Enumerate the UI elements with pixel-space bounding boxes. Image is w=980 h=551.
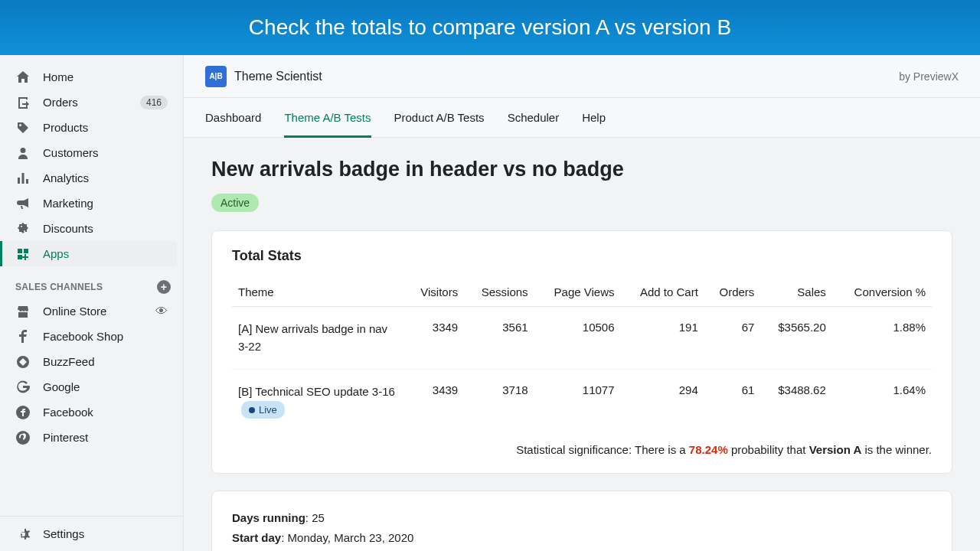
person-icon	[15, 145, 31, 161]
cell-addtocart: 191	[621, 307, 704, 370]
col-conversion: Conversion %	[832, 278, 932, 307]
tab-dashboard[interactable]: Dashboard	[205, 98, 261, 138]
eye-icon[interactable]: 👁	[155, 305, 168, 318]
app-author: by PreviewX	[899, 70, 959, 83]
app-logo: A|B	[205, 66, 227, 87]
page-title: New arrivals badge in header vs no badge	[211, 158, 952, 181]
nav-label: Marketing	[43, 197, 168, 210]
nav-orders[interactable]: Orders 416	[6, 90, 177, 115]
channel-facebook-shop[interactable]: Facebook Shop	[6, 324, 177, 349]
cell-orders: 67	[704, 307, 761, 370]
channel-label: BuzzFeed	[43, 355, 168, 368]
section-label: SALES CHANNELS	[15, 282, 103, 292]
cell-orders: 61	[704, 370, 761, 433]
discount-icon	[15, 221, 31, 236]
sidebar: Home Orders 416 Products Customers Analy…	[0, 55, 184, 551]
col-sales: Sales	[760, 278, 831, 307]
svg-point-2	[16, 431, 30, 445]
channel-label: Google	[43, 380, 168, 393]
analytics-icon	[15, 171, 31, 186]
buzzfeed-icon	[15, 354, 31, 370]
nav-home[interactable]: Home	[6, 64, 177, 90]
nav-label: Customers	[43, 146, 168, 159]
cell-theme: [A] New arrivals badge in nav 3-22	[232, 307, 405, 370]
nav-label: Settings	[43, 527, 168, 540]
tab-help[interactable]: Help	[582, 98, 606, 138]
main-content: A|B Theme Scientist by PreviewX Dashboar…	[184, 55, 980, 551]
cell-visitors: 3439	[405, 370, 464, 433]
col-pageviews: Page Views	[534, 278, 621, 307]
status-badge: Active	[211, 194, 259, 212]
nav-label: Apps	[43, 247, 168, 260]
table-row: [B] Technical SEO update 3-16 Live 3439 …	[232, 370, 932, 433]
statistical-significance: Statistical significance: There is a 78.…	[232, 443, 932, 456]
facebook-icon	[15, 329, 31, 344]
nav-settings[interactable]: Settings	[6, 521, 177, 546]
tab-theme-ab-tests[interactable]: Theme A/B Tests	[284, 98, 371, 138]
pinterest-icon	[15, 430, 31, 445]
nav-label: Home	[43, 70, 168, 83]
channel-label: Facebook	[43, 406, 168, 419]
app-bar: A|B Theme Scientist by PreviewX	[184, 55, 980, 98]
tab-scheduler[interactable]: Scheduler	[508, 98, 560, 138]
megaphone-icon	[15, 196, 31, 211]
nav-analytics[interactable]: Analytics	[6, 165, 177, 191]
home-icon	[15, 70, 31, 85]
col-theme: Theme	[232, 278, 405, 307]
orders-icon	[15, 95, 31, 110]
col-addtocart: Add to Cart	[621, 278, 704, 307]
add-channel-button[interactable]: +	[157, 280, 171, 294]
channel-online-store[interactable]: Online Store 👁	[6, 298, 177, 324]
tag-icon	[15, 120, 31, 135]
sales-channels-header: SALES CHANNELS +	[0, 266, 183, 298]
channel-google[interactable]: Google	[6, 374, 177, 399]
nav-marketing[interactable]: Marketing	[6, 191, 177, 216]
channel-facebook[interactable]: Facebook	[6, 399, 177, 425]
google-icon	[15, 380, 31, 395]
live-badge: Live	[241, 401, 285, 419]
nav-discounts[interactable]: Discounts	[6, 216, 177, 241]
tab-product-ab-tests[interactable]: Product A/B Tests	[394, 98, 485, 138]
app-title: Theme Scientist	[234, 70, 899, 83]
cell-pageviews: 11077	[534, 370, 621, 433]
apps-icon	[15, 246, 31, 262]
table-row: [A] New arrivals badge in nav 3-22 3349 …	[232, 307, 932, 370]
facebook-circle-icon	[15, 405, 31, 420]
cell-addtocart: 294	[621, 370, 704, 433]
cell-visitors: 3349	[405, 307, 464, 370]
nav-customers[interactable]: Customers	[6, 140, 177, 165]
final-day: Final day: --	[232, 547, 932, 551]
nav-label: Products	[43, 121, 168, 134]
channel-label: Facebook Shop	[43, 330, 168, 343]
card-title: Total Stats	[232, 248, 932, 264]
nav-products[interactable]: Products	[6, 115, 177, 140]
cell-sales: $3565.20	[760, 307, 831, 370]
meta-card: Days running: 25 Start day: Monday, Marc…	[211, 491, 952, 551]
cell-conv: 1.64%	[832, 370, 932, 433]
cell-theme: [B] Technical SEO update 3-16 Live	[232, 370, 405, 433]
nav-label: Discounts	[43, 222, 168, 235]
stats-table: Theme Visitors Sessions Page Views Add t…	[232, 278, 932, 432]
col-sessions: Sessions	[464, 278, 534, 307]
col-orders: Orders	[704, 278, 761, 307]
banner: Check the totals to compare version A vs…	[0, 0, 980, 55]
tab-bar: Dashboard Theme A/B Tests Product A/B Te…	[184, 98, 980, 138]
nav-label: Analytics	[43, 171, 168, 184]
cell-conv: 1.88%	[832, 307, 932, 370]
cell-pageviews: 10506	[534, 307, 621, 370]
nav-label: Orders	[43, 96, 140, 109]
cell-sales: $3488.62	[760, 370, 831, 433]
channel-label: Pinterest	[43, 431, 168, 444]
total-stats-card: Total Stats Theme Visitors Sessions Page…	[211, 230, 952, 474]
channel-buzzfeed[interactable]: BuzzFeed	[6, 349, 177, 374]
cell-sessions: 3561	[464, 307, 534, 370]
col-visitors: Visitors	[405, 278, 464, 307]
channel-pinterest[interactable]: Pinterest	[6, 425, 177, 450]
channel-label: Online Store	[43, 305, 155, 318]
nav-apps[interactable]: Apps	[0, 241, 177, 266]
cell-sessions: 3718	[464, 370, 534, 433]
gear-icon	[15, 527, 31, 542]
orders-badge: 416	[140, 96, 168, 109]
store-icon	[15, 304, 31, 319]
days-running: Days running: 25	[232, 508, 932, 528]
